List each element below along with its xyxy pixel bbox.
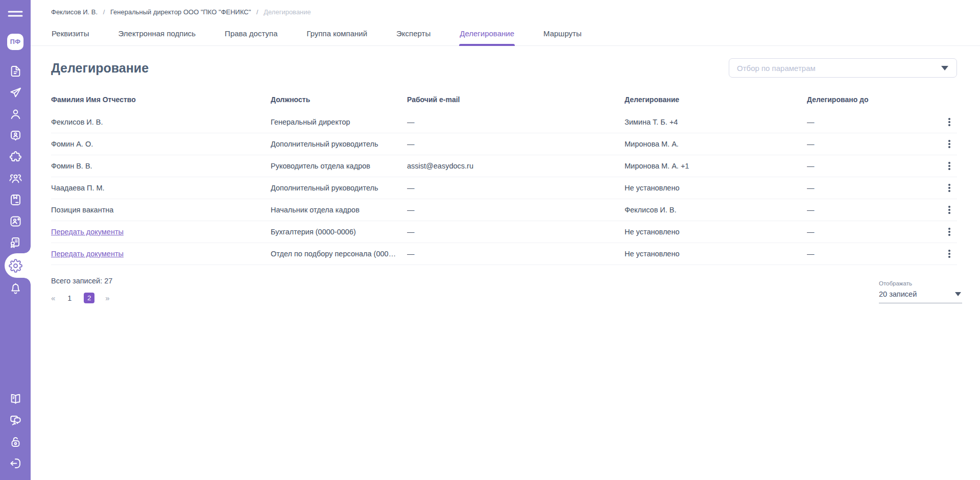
row-menu-button[interactable] <box>942 221 957 243</box>
cell-delegation: Не установлено <box>625 228 807 236</box>
cell-position: Генеральный директор <box>271 118 407 126</box>
cell-delegated-until: — <box>807 118 942 126</box>
page-size-label: Отображать <box>879 280 962 286</box>
cell-position: Руководитель отдела кадров <box>271 162 407 170</box>
cell-name: Чаадаева П. М. <box>51 184 271 192</box>
sidebar-item-users[interactable] <box>0 167 31 189</box>
sidebar: ПФ <box>0 0 31 480</box>
sidebar-item-lock[interactable] <box>0 431 31 452</box>
column-header: Рабочий e-mail <box>407 95 625 104</box>
pagination: «12» <box>51 293 112 303</box>
bell-icon <box>9 282 22 296</box>
cell-delegated-until: — <box>807 140 942 148</box>
delegation-table: Фамилия Имя ОтчествоДолжностьРабочий e-m… <box>51 91 957 265</box>
sidebar-item-puzzle[interactable] <box>0 146 31 167</box>
cell-position: Дополнительный руководитель <box>271 140 407 148</box>
sidebar-item-user[interactable] <box>0 103 31 125</box>
column-header: Фамилия Имя Отчество <box>51 95 271 104</box>
page-size-value: 20 записей <box>879 290 917 298</box>
sidebar-item-document[interactable] <box>0 60 31 82</box>
table-header-row: Фамилия Имя ОтчествоДолжностьРабочий e-m… <box>51 91 957 111</box>
pagination-page-1[interactable]: 1 <box>66 294 73 302</box>
row-menu-button[interactable] <box>942 199 957 221</box>
sidebar-item-logout[interactable] <box>0 452 31 474</box>
tab-6[interactable]: Маршруты <box>543 22 582 45</box>
total-records-label: Всего записей: 27 <box>51 277 112 285</box>
menu-button[interactable] <box>7 8 24 21</box>
tab-bar: РеквизитыЭлектронная подписьПрава доступ… <box>31 22 980 46</box>
chevron-down-icon <box>941 66 948 70</box>
app-window: ПФ Феклисов И. В. / Генеральный директор… <box>0 0 980 480</box>
table-row: Фомин В. В.Руководитель отдела кадровass… <box>51 155 957 177</box>
tab-4[interactable]: Эксперты <box>396 22 431 45</box>
cell-email: — <box>407 250 625 258</box>
sidebar-item-user-add[interactable] <box>0 210 31 232</box>
tab-1[interactable]: Электронная подпись <box>118 22 197 45</box>
cell-delegated-until: — <box>807 250 942 258</box>
row-menu-button[interactable] <box>942 133 957 155</box>
cell-delegation: Миронова М. А. +1 <box>625 162 807 170</box>
transfer-documents-link[interactable]: Передать документы <box>51 250 271 258</box>
tab-2[interactable]: Права доступа <box>224 22 278 45</box>
cell-delegation: Не установлено <box>625 250 807 258</box>
tab-0[interactable]: Реквизиты <box>51 22 90 45</box>
table-footer: Всего записей: 27 «12» Отображать 20 зап… <box>51 277 957 303</box>
sidebar-item-settings[interactable] <box>0 253 31 278</box>
pagination-page-2[interactable]: 2 <box>84 293 94 303</box>
user-add-icon <box>9 214 22 228</box>
row-menu-button[interactable] <box>942 243 957 265</box>
user-badge-icon <box>9 129 22 142</box>
support-icon <box>9 414 22 427</box>
table-row: Передать документыОтдел по подбору персо… <box>51 243 957 265</box>
table-row: Передать документыБухгалтерия (0000-0006… <box>51 221 957 243</box>
table-row: Феклисов И. В.Генеральный директор—Зимин… <box>51 111 957 133</box>
certificate-icon <box>9 236 22 250</box>
cell-delegation: Феклисов И. В. <box>625 206 807 214</box>
cell-name: Феклисов И. В. <box>51 118 271 126</box>
table-body: Феклисов И. В.Генеральный директор—Зимин… <box>51 111 957 265</box>
breadcrumb-item-user[interactable]: Феклисов И. В. <box>51 8 98 16</box>
breadcrumb-separator: / <box>256 8 258 16</box>
sidebar-item-user-badge[interactable] <box>0 125 31 146</box>
filter-params-select[interactable]: Отбор по параметрам <box>729 58 957 78</box>
row-menu-button[interactable] <box>942 177 957 199</box>
book-open-icon <box>9 392 22 406</box>
tab-5[interactable]: Делегирование <box>459 22 515 45</box>
sidebar-item-book-saved[interactable] <box>0 189 31 210</box>
column-header: Делегирование <box>625 95 807 104</box>
row-menu-button[interactable] <box>942 111 957 133</box>
sidebar-item-support[interactable] <box>0 410 31 431</box>
cell-email: — <box>407 140 625 148</box>
cell-position: Начальник отдела кадров <box>271 206 407 214</box>
cell-name: Фомин В. В. <box>51 162 271 170</box>
cell-email: — <box>407 184 625 192</box>
sidebar-item-book-open[interactable] <box>0 388 31 410</box>
logout-icon <box>9 457 22 470</box>
tab-3[interactable]: Группа компаний <box>306 22 368 45</box>
cell-position: Бухгалтерия (0000-0006) <box>271 228 407 236</box>
cell-delegated-until: — <box>807 162 942 170</box>
breadcrumb-item-role[interactable]: Генеральный директор ООО "ПКО "ФЕНИКС" <box>110 8 251 16</box>
table-row: Позиция вакантнаНачальник отдела кадров—… <box>51 199 957 221</box>
cell-delegation: Миронова М. А. <box>625 140 807 148</box>
page-size-select[interactable]: 20 записей <box>879 286 962 303</box>
pagination-next[interactable]: » <box>105 294 109 302</box>
breadcrumb-separator: / <box>103 8 105 16</box>
row-menu-button[interactable] <box>942 155 957 177</box>
column-header: Должность <box>271 95 407 104</box>
transfer-documents-link[interactable]: Передать документы <box>51 228 271 236</box>
content-area: Феклисов И. В. / Генеральный директор ОО… <box>31 0 980 480</box>
cell-delegated-until: — <box>807 228 942 236</box>
menu-icon <box>7 7 24 22</box>
avatar[interactable]: ПФ <box>7 34 23 50</box>
cell-email: assist@easydocs.ru <box>407 162 625 170</box>
sidebar-nav-top <box>0 60 31 299</box>
table-row: Фомин А. О.Дополнительный руководитель—М… <box>51 133 957 155</box>
breadcrumb-item-current: Делегирование <box>264 8 311 16</box>
sidebar-item-send[interactable] <box>0 82 31 103</box>
pagination-prev[interactable]: « <box>51 294 55 302</box>
cell-delegated-until: — <box>807 206 942 214</box>
page-size-block: Отображать 20 записей <box>879 280 962 303</box>
settings-icon <box>9 259 22 273</box>
cell-delegated-until: — <box>807 184 942 192</box>
